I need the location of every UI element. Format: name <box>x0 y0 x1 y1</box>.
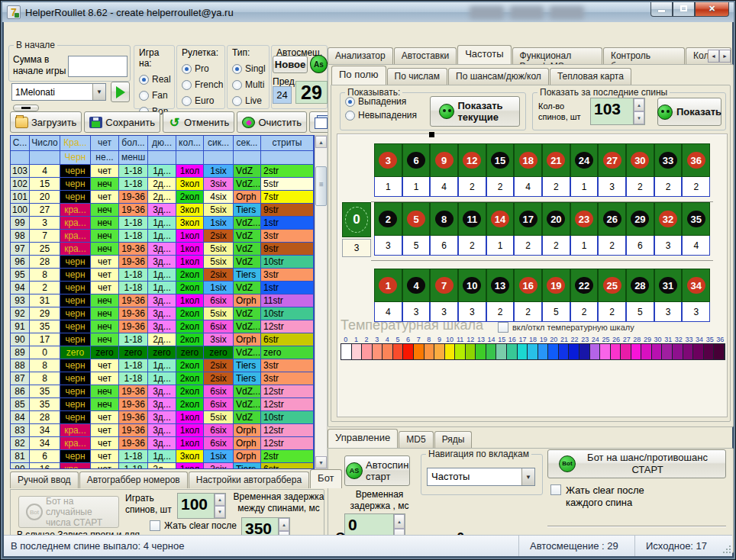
table-row[interactable]: 8535черннеч19-363д...2кол6sixVdZ...12str <box>11 398 314 411</box>
table-row[interactable]: 9229черннеч19-363д...2кол5sixVdZ10str <box>11 307 314 320</box>
number-cell-10[interactable]: 10 <box>458 269 486 302</box>
play-button[interactable] <box>111 82 130 102</box>
number-cell-9[interactable]: 9 <box>430 143 458 177</box>
column-header[interactable] <box>176 151 204 165</box>
radio-French[interactable]: French <box>182 79 224 90</box>
table-row[interactable]: 942чернчет1-181д...2кол1sixVdZ1str <box>11 282 314 294</box>
column-header[interactable]: чет <box>91 136 119 151</box>
column-header[interactable]: Кра... <box>60 136 91 151</box>
number-cell-32[interactable]: 32 <box>654 202 683 236</box>
table-row[interactable]: 8635черннеч19-363д...2кол6sixVdZ...12str <box>11 385 314 398</box>
column-header[interactable]: дю... <box>148 136 176 151</box>
table-row[interactable]: 9628чернчет19-363д...1кол5sixVdZ10str <box>11 256 314 269</box>
number-cell-22[interactable]: 22 <box>570 269 599 302</box>
stepper-up-icon[interactable]: ▲ <box>279 518 289 531</box>
zero-cell[interactable]: 0 <box>342 202 371 237</box>
subtab-По числам[interactable]: По числам <box>387 68 448 85</box>
stepper-up-icon[interactable]: ▲ <box>634 98 644 111</box>
tab-Ручной ввод[interactable]: Ручной ввод <box>10 471 79 488</box>
number-cell-12[interactable]: 12 <box>458 143 486 177</box>
tab-Бот[interactable]: Бот <box>310 469 341 488</box>
table-row[interactable]: 9725кра...неч19-363д...1кол5sixVdZ9str <box>11 243 314 256</box>
column-header[interactable]: сик... <box>204 136 234 151</box>
show-current-button[interactable]: Показать текущие <box>430 96 520 127</box>
radio-Real[interactable]: Real <box>139 74 174 85</box>
number-cell-27[interactable]: 27 <box>598 143 626 177</box>
column-header[interactable]: Число <box>30 136 60 151</box>
number-cell-30[interactable]: 30 <box>626 143 654 177</box>
Отменить-button[interactable]: ↺Отменить <box>163 111 234 133</box>
table-row[interactable]: 958чернчет1-181д...2кол2sixTiers3str <box>11 269 314 282</box>
tab-Автограббер номеров[interactable]: Автограббер номеров <box>79 471 188 488</box>
number-cell-7[interactable]: 7 <box>430 269 458 302</box>
radio-Pro[interactable]: Pro <box>182 63 224 74</box>
number-cell-21[interactable]: 21 <box>542 143 570 177</box>
new-button[interactable]: Новое <box>273 56 308 73</box>
table-row[interactable]: 888чернчет1-181д...2кол2sixTiers3str <box>11 359 314 372</box>
number-cell-4[interactable]: 4 <box>402 269 431 302</box>
play-spins-stepper[interactable]: 100 ▲▼ <box>177 493 226 519</box>
Очистить-button[interactable]: Очистить <box>237 111 307 133</box>
table-row[interactable]: 9135черннеч19-363д...2кол6sixVdZ...12str <box>11 320 314 333</box>
chevron-down-icon[interactable]: ▼ <box>92 84 105 100</box>
stepper-down-icon[interactable]: ▼ <box>634 111 644 124</box>
table-row[interactable]: 8428чернчет19-363д...1кол5sixVdZ10str <box>11 411 314 424</box>
table-row[interactable]: 8334кра...чет19-363д...1кол6sixOrph12str <box>11 424 314 437</box>
stepper-up-icon[interactable]: ▲ <box>394 514 405 529</box>
tab-Анализатор[interactable]: Анализатор <box>328 47 393 64</box>
number-cell-24[interactable]: 24 <box>570 143 599 177</box>
table-row[interactable]: 816чернчет1-181д...3кол1sixOrph2str <box>11 450 314 463</box>
column-header[interactable]: не... <box>91 151 119 165</box>
tab-Автоставки[interactable]: Автоставки <box>394 47 457 64</box>
tab-Настройки автограббера[interactable]: Настройки автограббера <box>189 471 309 488</box>
dash-button[interactable] <box>13 105 39 111</box>
start-sum-input[interactable] <box>68 56 128 77</box>
radio-Singl[interactable]: Singl <box>232 63 269 74</box>
table-row[interactable]: 9017черннеч1-182д...2кол3sixOrph6str <box>11 333 314 346</box>
column-header[interactable]: стриты <box>261 136 314 151</box>
random-bot-start-button[interactable]: Bot Бот на случайные числа СТАРТ <box>18 496 119 528</box>
number-cell-20[interactable]: 20 <box>542 202 570 236</box>
table-row[interactable]: 9331черннеч19-363д...1кол6sixOrph11str <box>11 294 314 307</box>
radio-Live[interactable]: Live <box>232 95 269 106</box>
table-row[interactable]: 987кра...неч1-181д...1кол2sixVdZ3str <box>11 230 314 243</box>
stepper-up-icon[interactable]: ▲ <box>215 494 225 506</box>
history-table[interactable]: С...ЧислоКра...четбол...дю...кол...сик..… <box>10 135 315 469</box>
column-header[interactable]: менш <box>119 151 148 165</box>
number-cell-19[interactable]: 19 <box>542 269 570 302</box>
tab-Функционал PsevdoMS[interactable]: Функционал PsevdoMS <box>512 47 602 64</box>
column-header[interactable]: С... <box>11 136 30 151</box>
column-header[interactable]: кол... <box>176 136 204 151</box>
column-header[interactable] <box>30 151 60 165</box>
table-row[interactable]: 993кра...неч1-181д...3кол1sixVdZ...1str <box>11 217 314 230</box>
column-header[interactable]: Черн <box>60 151 91 165</box>
chance-bot-start-button[interactable]: Bot Бот на шанс/противошанс СТАРТ <box>547 449 726 478</box>
number-cell-16[interactable]: 16 <box>514 269 542 302</box>
scroll-down-icon[interactable]: ▼ <box>315 456 327 468</box>
number-cell-35[interactable]: 35 <box>682 202 710 236</box>
clear-checkbox-right[interactable]: Жать clear после каждого спина <box>550 484 657 509</box>
temperature-toggle[interactable]: вкл/откл температурную шкалу <box>498 322 634 333</box>
number-cell-3[interactable]: 3 <box>374 143 402 177</box>
table-row[interactable]: 890zerozerozerozerozerozeroVdZ...zero <box>11 346 314 359</box>
column-header[interactable] <box>204 151 234 165</box>
close-button[interactable]: ✕ <box>695 2 729 17</box>
Сохранить-button[interactable]: Сохранить <box>84 111 160 133</box>
tab-Частоты[interactable]: Частоты <box>457 45 511 64</box>
control-tab-MD5[interactable]: MD5 <box>399 431 433 448</box>
column-header[interactable]: сек... <box>234 136 261 151</box>
subtab-Тепловая карта[interactable]: Тепловая карта <box>550 68 631 85</box>
number-cell-17[interactable]: 17 <box>514 202 542 236</box>
Загрузить-button[interactable]: Загрузить <box>10 111 82 133</box>
table-row[interactable]: 8016кра...чет1-182д...1кол3sixTiers6str <box>11 463 314 469</box>
table-row[interactable]: 10027кра...неч19-363д...3кол5sixTiers9st… <box>11 204 314 217</box>
table-row[interactable]: 10120чернчет19-362д...2кол4sixOrph7str <box>11 191 314 204</box>
profile-combobox[interactable]: 1Melonati ▼ <box>11 83 106 101</box>
number-cell-26[interactable]: 26 <box>598 202 626 236</box>
scrollbar-thumb[interactable] <box>315 166 327 206</box>
autoshift-as-icon[interactable]: As <box>310 55 328 73</box>
number-cell-14[interactable]: 14 <box>486 202 515 236</box>
subtab-По шансам/дюж/кол[interactable]: По шансам/дюж/кол <box>448 68 549 85</box>
maximize-button[interactable] <box>673 2 695 17</box>
number-cell-13[interactable]: 13 <box>486 269 515 302</box>
